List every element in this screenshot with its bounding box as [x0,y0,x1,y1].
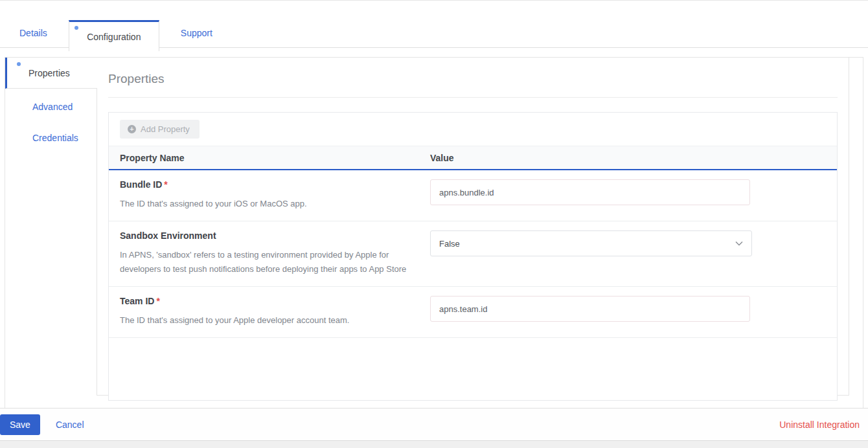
required-asterisk: * [164,179,167,190]
tab-support[interactable]: Support [181,28,212,47]
sandbox-environment-select[interactable]: False [430,230,752,256]
status-dot-icon [17,62,21,66]
property-name-text: Team ID [120,296,154,306]
cancel-button[interactable]: Cancel [56,420,84,430]
value-cell [430,179,837,211]
table-row: Bundle ID* The ID that's assigned to you… [109,170,837,221]
property-description: In APNS, 'sandbox' refers to a testing e… [120,248,430,276]
settings-sidebar: Properties Advanced Credentials [5,58,97,408]
column-header-value: Value [430,153,837,163]
tab-details[interactable]: Details [19,28,47,47]
configuration-panel: Properties Advanced Credentials Properti… [5,57,863,408]
property-name: Bundle ID* [120,179,430,190]
properties-card: + Add Property Property Name Value Bundl… [108,112,838,401]
sidebar-item-credentials[interactable]: Credentials [5,125,97,151]
table-row: Team ID* The ID that's assigned to your … [109,287,837,338]
property-cell: Bundle ID* The ID that's assigned to you… [109,179,430,211]
property-cell: Sandbox Environment In APNS, 'sandbox' r… [109,230,430,276]
property-name-text: Bundle ID [120,179,162,190]
add-property-label: Add Property [141,124,190,134]
property-description: The ID that's assigned to your Apple dev… [120,313,430,328]
table-header: Property Name Value [109,146,837,170]
add-property-button[interactable]: + Add Property [120,120,200,139]
sidebar-item-advanced[interactable]: Advanced [5,94,97,120]
divider [108,97,838,98]
property-name: Sandbox Environment [120,230,430,241]
required-asterisk: * [156,296,159,306]
property-cell: Team ID* The ID that's assigned to your … [109,296,430,328]
property-description: The ID that's assigned to your iOS or Ma… [120,197,430,211]
save-button[interactable]: Save [0,414,40,435]
sidebar-item-properties-label: Properties [29,68,70,78]
tab-configuration[interactable]: Configuration [69,20,159,51]
status-dot-icon [74,26,78,30]
action-bar: Save Cancel Uninstall Integration [0,408,868,440]
value-cell: False [430,230,837,276]
table-row: Sandbox Environment In APNS, 'sandbox' r… [109,221,837,287]
plus-circle-icon: + [128,125,136,133]
page-title: Properties [108,72,838,86]
tab-configuration-label: Configuration [87,32,141,42]
bottom-strip [0,440,868,448]
bundle-id-input[interactable] [430,179,750,205]
properties-content: Properties + Add Property Property Name … [97,58,849,396]
team-id-input[interactable] [430,296,750,322]
sidebar-item-properties[interactable]: Properties [5,58,97,89]
tab-bar: Details Configuration Support [0,1,868,48]
card-toolbar: + Add Property [109,113,837,146]
value-cell [430,296,837,328]
property-name-text: Sandbox Environment [120,230,216,241]
uninstall-integration-button[interactable]: Uninstall Integration [779,420,860,430]
property-name: Team ID* [120,296,430,306]
selected-option-label: False [439,239,460,249]
chevron-down-icon [735,241,743,246]
column-header-property-name: Property Name [109,153,430,163]
